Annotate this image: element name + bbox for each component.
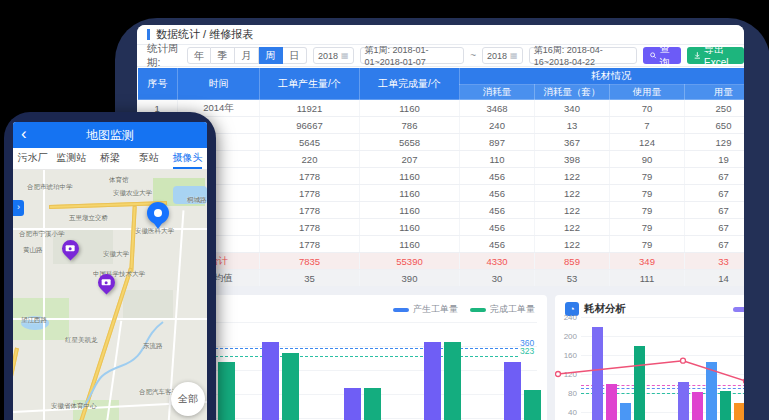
- table-cell: 79: [610, 168, 685, 185]
- col-header: 序号: [138, 68, 178, 100]
- start-week-select[interactable]: 第1周: 2018-01-01~2018-01-07: [360, 47, 465, 64]
- table-cell: 79: [610, 185, 685, 202]
- bar-completed: [282, 353, 299, 420]
- col-header: 工单完成量/个: [360, 68, 460, 100]
- sub-col-header: 用量: [685, 85, 745, 100]
- legend-item: 完成工单量: [470, 303, 535, 316]
- phone-page-title: 地图监测: [86, 127, 134, 144]
- legend-swatch-completed: [470, 308, 486, 312]
- table-cell: 111: [610, 270, 685, 287]
- table-cell: 456: [460, 202, 535, 219]
- table-cell: 7835: [260, 253, 360, 270]
- table-cell: 786: [360, 117, 460, 134]
- table-cell: 7: [610, 117, 685, 134]
- bar-completed: [444, 342, 461, 420]
- table-cell: 1160: [360, 219, 460, 236]
- table-cell: 122: [535, 202, 610, 219]
- end-week-value: 第16周: 2018-04-16~2018-04-22: [534, 44, 632, 67]
- phone-mockup: ‹ 地图监测 污水厂监测站桥梁泵站摄像头: [4, 112, 216, 420]
- bar-generated: [504, 362, 521, 420]
- phone-tab-监测站[interactable]: 监测站: [52, 148, 91, 169]
- map-label: 红星美凯龙: [65, 336, 98, 345]
- query-button[interactable]: 查询: [643, 47, 681, 64]
- table-cell: 1160: [360, 168, 460, 185]
- map-expander-button[interactable]: ›: [13, 200, 24, 216]
- table-cell: 67: [685, 185, 745, 202]
- map-label: 安徽农业大学: [113, 189, 152, 198]
- period-option-年[interactable]: 年: [187, 47, 211, 64]
- report-table: 序号 时间 工单产生量/个 工单完成量/个 耗材情况 消耗量 消耗量（套） 使用…: [137, 67, 744, 287]
- range-separator: ~: [470, 50, 476, 61]
- table-cell: 5658: [360, 134, 460, 151]
- table-cell: 35: [260, 270, 360, 287]
- table-cell: 349: [610, 253, 685, 270]
- table-cell: 11921: [260, 100, 360, 117]
- map-label: 体育馆: [109, 176, 129, 185]
- table-cell: 70: [610, 100, 685, 117]
- table-cell: 55390: [360, 253, 460, 270]
- table-cell: 67: [685, 202, 745, 219]
- end-year-select[interactable]: 2018 ▦: [482, 47, 523, 64]
- table-cell: 650: [685, 117, 745, 134]
- period-option-季[interactable]: 季: [211, 47, 235, 64]
- table-cell: 13: [535, 117, 610, 134]
- show-all-button[interactable]: 全部: [171, 382, 205, 416]
- phone-tab-污水厂[interactable]: 污水厂: [13, 148, 52, 169]
- table-cell: 122: [535, 185, 610, 202]
- phone-tab-摄像头[interactable]: 摄像头: [168, 148, 207, 169]
- table-cell: 1778: [260, 202, 360, 219]
- map-view[interactable]: 合肥市琥珀中学体育馆安徽农业大学桐城路五里墩立交桥安徽医科大学合肥市宁溪小学黄山…: [13, 170, 207, 420]
- table-cell: 456: [460, 185, 535, 202]
- map-label: 合肥市琥珀中学: [27, 183, 73, 192]
- phone-tab-泵站[interactable]: 泵站: [129, 148, 168, 169]
- calendar-icon: ▦: [341, 51, 349, 60]
- table-row: 6177811604561227967: [138, 185, 745, 202]
- table-cell: 90: [610, 151, 685, 168]
- table-cell: 122: [535, 219, 610, 236]
- back-icon[interactable]: ‹: [21, 124, 27, 144]
- phone-screen: ‹ 地图监测 污水厂监测站桥梁泵站摄像头: [13, 122, 207, 420]
- breadcrumb-accent: [147, 29, 150, 40]
- sub-col-header: 消耗量（套）: [535, 85, 610, 100]
- table-cell: 30: [460, 270, 535, 287]
- table-cell: 110: [460, 151, 535, 168]
- sub-col-header: 消耗量: [460, 85, 535, 100]
- table-cell: 53: [535, 270, 610, 287]
- period-option-月[interactable]: 月: [235, 47, 259, 64]
- table-cell: 398: [535, 151, 610, 168]
- table-cell: 859: [535, 253, 610, 270]
- map-label: 五里墩立交桥: [69, 214, 108, 223]
- query-label: 查询: [660, 42, 675, 70]
- table-cell: 67: [685, 236, 745, 253]
- reference-value: 323: [520, 346, 534, 356]
- map-label: 望江西路: [21, 316, 47, 325]
- map-label: 安徽大学: [103, 250, 129, 259]
- bar-generated: [424, 342, 441, 420]
- bar-completed: [364, 388, 381, 420]
- legend-item: 产生工单量: [393, 303, 458, 316]
- bar-generated: [344, 388, 361, 420]
- table-cell: 1160: [360, 236, 460, 253]
- period-option-周[interactable]: 周: [259, 47, 283, 64]
- table-cell: 1160: [360, 185, 460, 202]
- table-cell: 1778: [260, 168, 360, 185]
- table-cell: 390: [360, 270, 460, 287]
- table-row: 42202071103989019: [138, 151, 745, 168]
- end-week-select[interactable]: 第16周: 2018-04-16~2018-04-22: [529, 47, 637, 64]
- table-cell: 67: [685, 219, 745, 236]
- river: [13, 170, 207, 420]
- start-year-select[interactable]: 2018 ▦: [313, 47, 354, 64]
- period-option-日[interactable]: 日: [283, 47, 307, 64]
- table-cell: 5645: [260, 134, 360, 151]
- export-excel-button[interactable]: 导出Excel: [687, 47, 744, 64]
- consumables-chart: ◔ 耗材分析 2402001601208040: [555, 295, 744, 420]
- group-header: 耗材情况: [460, 68, 745, 85]
- table-row: 12014年119211160346834070250: [138, 100, 745, 117]
- table-cell: 79: [610, 219, 685, 236]
- table-cell: 1160: [360, 202, 460, 219]
- avg-row: 平均值35390305311114: [138, 270, 745, 287]
- phone-tab-桥梁[interactable]: 桥梁: [91, 148, 130, 169]
- map-label: 东流路: [143, 342, 163, 351]
- table-row: 8177811604561227967: [138, 219, 745, 236]
- selected-marker[interactable]: [147, 202, 169, 224]
